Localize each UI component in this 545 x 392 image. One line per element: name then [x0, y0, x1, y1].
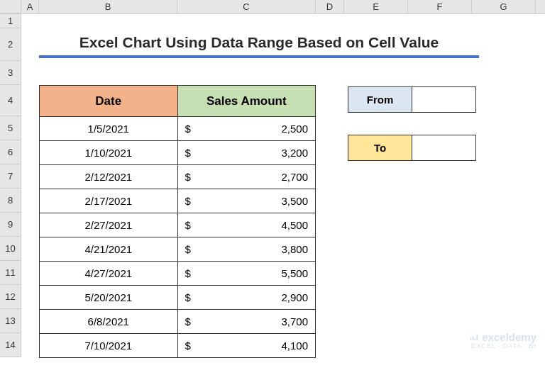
row-header-10[interactable]: 10 — [0, 237, 21, 261]
row-header-1[interactable]: 1 — [0, 14, 21, 28]
sales-amount: 3,700 — [185, 315, 309, 327]
table-row[interactable]: 1/10/2021$3,200 — [40, 141, 316, 165]
table-row[interactable]: 5/20/2021$2,900 — [40, 286, 316, 310]
column-header-D[interactable]: D — [316, 0, 344, 13]
currency-symbol: $ — [185, 315, 191, 327]
select-all-corner[interactable] — [0, 0, 21, 13]
from-parameter: From — [348, 86, 476, 113]
row-header-13[interactable]: 13 — [0, 309, 21, 333]
column-headers-row: A B C D E F G — [0, 0, 545, 14]
row-header-4[interactable]: 4 — [0, 85, 21, 116]
cell-date[interactable]: 4/27/2021 — [40, 262, 178, 286]
currency-symbol: $ — [185, 171, 191, 183]
from-input-cell[interactable] — [412, 87, 476, 113]
row-header-9[interactable]: 9 — [0, 213, 21, 237]
table-row[interactable]: 2/27/2021$4,500 — [40, 213, 316, 237]
sales-amount: 3,200 — [185, 147, 309, 159]
currency-symbol: $ — [185, 291, 191, 303]
column-header-A[interactable]: A — [21, 0, 39, 13]
row-header-11[interactable]: 11 — [0, 261, 21, 285]
sales-amount: 3,800 — [185, 243, 309, 255]
currency-symbol: $ — [185, 123, 191, 135]
row-header-2[interactable]: 2 — [0, 28, 21, 61]
table-header-sales[interactable]: Sales Amount — [177, 86, 316, 117]
cell-sales[interactable]: $3,700 — [177, 310, 316, 334]
table-row[interactable]: 4/21/2021$3,800 — [40, 237, 316, 262]
spreadsheet: A B C D E F G 1 2 3 4 5 6 7 8 9 10 11 12… — [0, 0, 545, 392]
table-row[interactable]: 2/17/2021$3,500 — [40, 189, 316, 213]
sales-amount: 2,500 — [185, 123, 309, 135]
table-row[interactable]: 6/8/2021$3,700 — [40, 310, 316, 334]
cell-date[interactable]: 5/20/2021 — [40, 286, 178, 310]
sales-amount: 4,500 — [185, 219, 309, 231]
column-header-F[interactable]: F — [408, 0, 472, 13]
currency-symbol: $ — [185, 195, 191, 207]
sales-amount: 2,900 — [185, 291, 309, 303]
currency-symbol: $ — [185, 219, 191, 231]
table-row[interactable]: 1/5/2021$2,500 — [40, 117, 316, 141]
to-label[interactable]: To — [348, 135, 412, 161]
row-header-14[interactable]: 14 — [0, 333, 21, 357]
cell-sales[interactable]: $5,500 — [177, 262, 316, 286]
column-header-C[interactable]: C — [177, 0, 316, 13]
cell-sales[interactable]: $3,500 — [177, 189, 316, 213]
table-row[interactable]: 7/10/2021$4,100 — [40, 334, 316, 358]
title-underline — [39, 55, 479, 58]
cell-date[interactable]: 7/10/2021 — [40, 334, 178, 358]
row-headers-col: 1 2 3 4 5 6 7 8 9 10 11 12 13 14 — [0, 14, 21, 357]
sales-amount: 3,500 — [185, 195, 309, 207]
column-header-G[interactable]: G — [472, 0, 536, 13]
row-header-8[interactable]: 8 — [0, 189, 21, 213]
cell-sales[interactable]: $2,500 — [177, 117, 316, 141]
sales-amount: 2,700 — [185, 171, 309, 183]
cell-date[interactable]: 2/27/2021 — [40, 213, 178, 237]
table-row[interactable]: 2/12/2021$2,700 — [40, 165, 316, 189]
to-input-cell[interactable] — [412, 135, 476, 161]
watermark-brand: exceldemy — [482, 331, 536, 343]
column-header-E[interactable]: E — [344, 0, 408, 13]
to-parameter: To — [348, 135, 476, 161]
column-header-B[interactable]: B — [39, 0, 177, 13]
currency-symbol: $ — [185, 243, 191, 255]
currency-symbol: $ — [185, 147, 191, 159]
currency-symbol: $ — [185, 267, 191, 279]
cell-sales[interactable]: $2,900 — [177, 286, 316, 310]
currency-symbol: $ — [185, 340, 191, 352]
cell-sales[interactable]: $3,200 — [177, 141, 316, 165]
sales-amount: 5,500 — [185, 267, 309, 279]
cell-date[interactable]: 1/10/2021 — [40, 141, 178, 165]
cell-date[interactable]: 1/5/2021 — [40, 117, 178, 141]
data-table: Date Sales Amount 1/5/2021$2,500 1/10/20… — [39, 85, 316, 358]
cell-date[interactable]: 6/8/2021 — [40, 310, 178, 334]
sales-amount: 4,100 — [185, 340, 309, 352]
chart-icon — [469, 333, 479, 343]
cell-sales[interactable]: $4,100 — [177, 334, 316, 358]
row-header-3[interactable]: 3 — [0, 61, 21, 85]
watermark: exceldemy EXCEL · DATA · BI — [469, 332, 536, 350]
row-header-5[interactable]: 5 — [0, 116, 21, 140]
table-row[interactable]: 4/27/2021$5,500 — [40, 262, 316, 286]
cell-sales[interactable]: $2,700 — [177, 165, 316, 189]
row-header-7[interactable]: 7 — [0, 164, 21, 189]
row-header-12[interactable]: 12 — [0, 285, 21, 309]
cell-date[interactable]: 2/12/2021 — [40, 165, 178, 189]
watermark-sub: EXCEL · DATA · BI — [469, 343, 536, 350]
cell-sales[interactable]: $3,800 — [177, 237, 316, 262]
from-label[interactable]: From — [348, 87, 412, 113]
table-header-date[interactable]: Date — [40, 86, 178, 117]
row-header-6[interactable]: 6 — [0, 140, 21, 164]
cell-date[interactable]: 2/17/2021 — [40, 189, 178, 213]
cell-date[interactable]: 4/21/2021 — [40, 237, 178, 262]
cell-grid[interactable]: Excel Chart Using Data Range Based on Ce… — [21, 14, 545, 357]
cell-sales[interactable]: $4,500 — [177, 213, 316, 237]
